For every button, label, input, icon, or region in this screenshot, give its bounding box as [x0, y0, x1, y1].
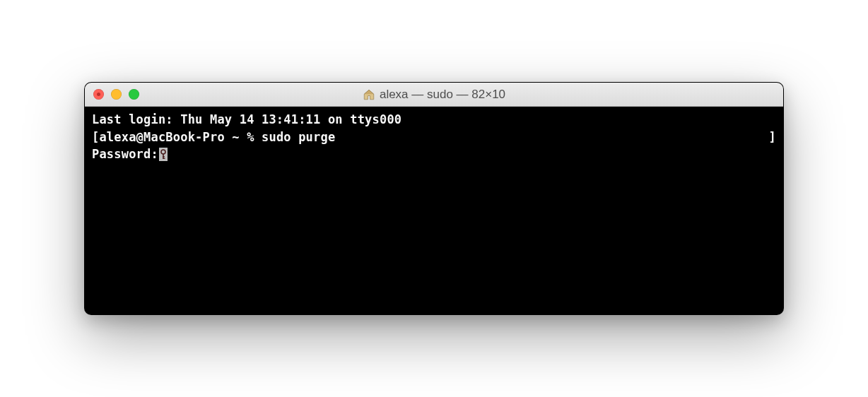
minimize-button[interactable] — [111, 89, 122, 100]
window-title-text: alexa — sudo — 82×10 — [380, 88, 505, 102]
shell-prompt: alexa@MacBook-Pro ~ % — [99, 130, 262, 144]
prompt-line: [alexa@MacBook-Pro ~ % sudo purge ] — [92, 129, 776, 146]
command-text: sudo purge — [262, 130, 335, 144]
password-cursor[interactable] — [159, 148, 168, 161]
last-login-line: Last login: Thu May 14 13:41:11 on ttys0… — [92, 111, 776, 129]
svg-point-0 — [161, 150, 165, 154]
traffic-lights — [93, 89, 139, 100]
bracket-close: ] — [769, 129, 776, 146]
home-icon — [363, 88, 375, 101]
svg-rect-2 — [163, 158, 165, 158]
svg-rect-3 — [163, 156, 165, 157]
prompt-left: [alexa@MacBook-Pro ~ % sudo purge — [92, 129, 335, 146]
password-line: Password: — [92, 146, 776, 163]
key-icon — [160, 149, 167, 160]
terminal-window: alexa — sudo — 82×10 Last login: Thu May… — [84, 82, 784, 315]
window-title: alexa — sudo — 82×10 — [85, 88, 783, 102]
password-label: Password: — [92, 146, 158, 163]
maximize-button[interactable] — [129, 89, 139, 100]
close-button[interactable] — [93, 89, 104, 100]
terminal-body[interactable]: Last login: Thu May 14 13:41:11 on ttys0… — [85, 107, 783, 314]
title-bar[interactable]: alexa — sudo — 82×10 — [85, 83, 783, 107]
bracket-open: [ — [92, 130, 99, 144]
